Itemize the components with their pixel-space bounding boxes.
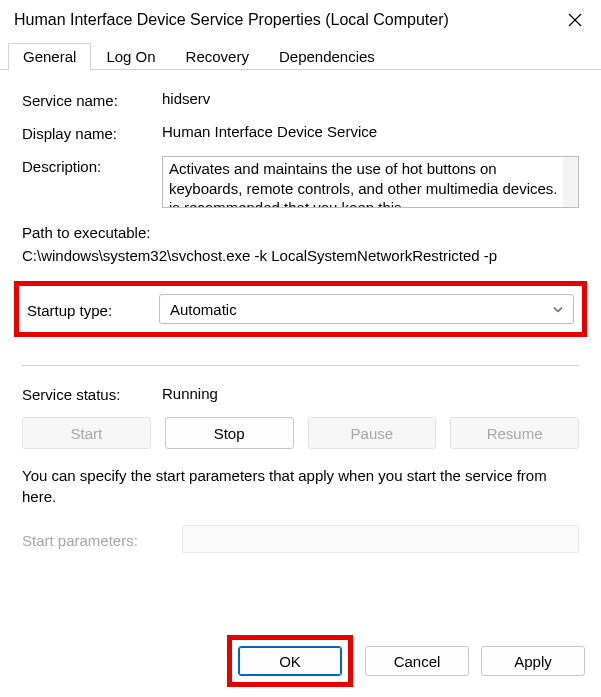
service-properties-dialog: Human Interface Device Service Propertie… xyxy=(0,0,601,697)
close-icon xyxy=(568,13,582,27)
dialog-footer: OK Cancel Apply xyxy=(0,635,601,687)
label-service-status: Service status: xyxy=(22,384,162,403)
value-path: C:\windows\system32\svchost.exe -k Local… xyxy=(22,245,579,268)
start-parameters-hint: You can specify the start parameters tha… xyxy=(22,465,579,507)
label-path: Path to executable: xyxy=(22,222,579,245)
label-description: Description: xyxy=(22,156,162,175)
window-title: Human Interface Device Service Propertie… xyxy=(14,11,555,29)
ok-button[interactable]: OK xyxy=(238,646,342,676)
description-scrollbar[interactable] xyxy=(563,157,578,207)
apply-button[interactable]: Apply xyxy=(481,646,585,676)
value-service-name: hidserv xyxy=(162,90,579,107)
pause-button: Pause xyxy=(308,417,437,449)
separator xyxy=(22,365,579,366)
resume-button: Resume xyxy=(450,417,579,449)
tab-log-on[interactable]: Log On xyxy=(91,43,170,70)
chevron-down-icon xyxy=(553,301,563,318)
startup-type-value: Automatic xyxy=(170,301,237,318)
tab-dependencies[interactable]: Dependencies xyxy=(264,43,390,70)
cancel-button[interactable]: Cancel xyxy=(365,646,469,676)
tab-strip: General Log On Recovery Dependencies xyxy=(0,40,601,70)
value-service-status: Running xyxy=(162,385,218,402)
start-parameters-input xyxy=(182,525,579,553)
highlight-startup-type: Startup type: Automatic xyxy=(14,281,587,337)
tab-recovery[interactable]: Recovery xyxy=(171,43,264,70)
label-start-parameters: Start parameters: xyxy=(22,530,182,549)
value-description: Activates and maintains the use of hot b… xyxy=(169,160,570,208)
title-bar: Human Interface Device Service Propertie… xyxy=(0,0,601,40)
startup-type-combobox[interactable]: Automatic xyxy=(159,294,574,324)
label-startup-type: Startup type: xyxy=(27,300,159,319)
label-service-name: Service name: xyxy=(22,90,162,109)
tab-general[interactable]: General xyxy=(8,43,91,71)
highlight-ok-button: OK xyxy=(227,635,353,687)
value-display-name: Human Interface Device Service xyxy=(162,123,579,140)
tab-content-general: Service name: hidserv Display name: Huma… xyxy=(0,70,601,553)
label-display-name: Display name: xyxy=(22,123,162,142)
service-control-buttons: Start Stop Pause Resume xyxy=(22,417,579,449)
stop-button[interactable]: Stop xyxy=(165,417,294,449)
start-button: Start xyxy=(22,417,151,449)
description-textbox[interactable]: Activates and maintains the use of hot b… xyxy=(162,156,579,208)
close-button[interactable] xyxy=(555,0,595,40)
